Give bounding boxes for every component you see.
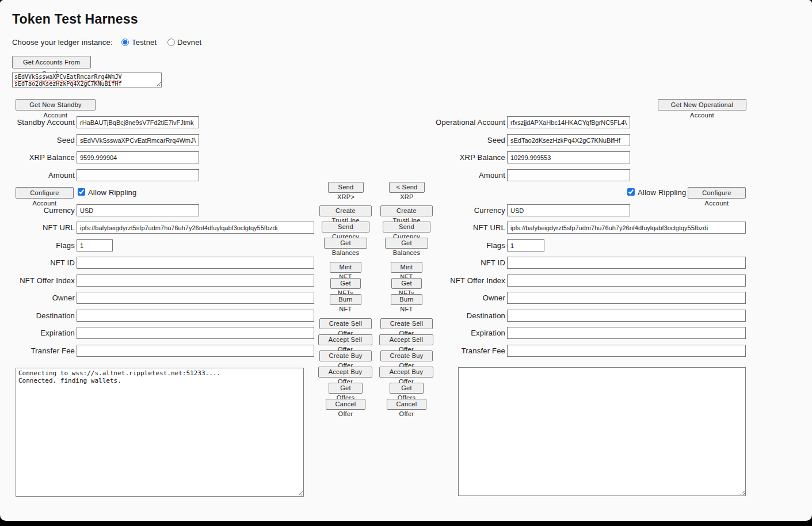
operational-flags-input[interactable] bbox=[507, 239, 544, 251]
standby-configure-account-button[interactable]: Configure Account bbox=[16, 187, 74, 199]
operational-owner-label: Owner bbox=[368, 294, 505, 302]
standby-accept-buy-offer-button[interactable]: Accept Buy Offer bbox=[318, 367, 372, 378]
standby-account-label: Standby Account bbox=[0, 118, 75, 127]
standby-flags-label: Flags bbox=[0, 241, 75, 250]
operational-owner-input[interactable] bbox=[507, 292, 746, 304]
ledger-instance-label: Choose your ledger instance: bbox=[12, 38, 113, 47]
standby-seed-label: Seed bbox=[0, 136, 75, 144]
app-window: Token Test Harness Choose your ledger in… bbox=[0, 0, 812, 521]
standby-nft-url-input[interactable] bbox=[77, 222, 314, 234]
operational-cancel-offer-button[interactable]: Cancel Offer bbox=[387, 399, 426, 410]
get-accounts-from-seeds-button[interactable]: Get Accounts From Seeds bbox=[12, 56, 91, 68]
devnet-radio-label[interactable]: Devnet bbox=[177, 38, 201, 47]
operational-send-xrp-button[interactable]: < Send XRP bbox=[389, 182, 425, 193]
standby-destination-input[interactable] bbox=[77, 310, 314, 322]
get-new-operational-account-button[interactable]: Get New Operational Account bbox=[658, 99, 746, 110]
operational-burn-nft-button[interactable]: Burn NFT bbox=[391, 294, 422, 305]
operational-seed-label: Seed bbox=[368, 136, 505, 144]
operational-get-nfts-button[interactable]: Get NFTs bbox=[391, 278, 422, 289]
operational-nft-offer-index-label: NFT Offer Index bbox=[368, 276, 505, 285]
operational-nft-url-input[interactable] bbox=[507, 222, 746, 234]
operational-currency-input[interactable] bbox=[507, 204, 630, 216]
operational-allow-rippling-label: Allow Rippling bbox=[638, 188, 686, 197]
operational-nft-offer-index-input[interactable] bbox=[507, 275, 746, 287]
standby-destination-label: Destination bbox=[0, 311, 75, 320]
standby-get-offers-button[interactable]: Get Offers bbox=[329, 383, 363, 394]
standby-create-buy-offer-button[interactable]: Create Buy Offer bbox=[319, 350, 372, 361]
standby-create-trustline-button[interactable]: Create TrustLine bbox=[319, 205, 372, 216]
operational-send-currency-button[interactable]: Send Currency bbox=[383, 222, 430, 232]
standby-get-balances-button[interactable]: Get Balances bbox=[324, 238, 367, 249]
page-title: Token Test Harness bbox=[12, 12, 138, 27]
standby-mint-nft-button[interactable]: Mint NFT bbox=[330, 262, 361, 273]
operational-destination-input[interactable] bbox=[507, 310, 746, 322]
standby-create-sell-offer-button[interactable]: Create Sell Offer bbox=[319, 318, 372, 329]
standby-transfer-fee-label: Transfer Fee bbox=[0, 346, 75, 355]
standby-transfer-fee-input[interactable] bbox=[77, 345, 314, 357]
standby-expiration-label: Expiration bbox=[0, 329, 75, 337]
operational-amount-label: Amount bbox=[368, 171, 505, 180]
operational-expiration-input[interactable] bbox=[507, 327, 746, 339]
operational-transfer-fee-input[interactable] bbox=[507, 345, 746, 357]
standby-allow-rippling-checkbox[interactable] bbox=[78, 188, 85, 196]
standby-xrp-balance-label: XRP Balance bbox=[0, 153, 75, 162]
operational-create-sell-offer-button[interactable]: Create Sell Offer bbox=[380, 318, 433, 329]
standby-owner-input[interactable] bbox=[77, 292, 314, 304]
operational-configure-account-button[interactable]: Configure Account bbox=[688, 187, 746, 199]
operational-accept-buy-offer-button[interactable]: Accept Buy Offer bbox=[379, 367, 433, 378]
operational-get-offers-button[interactable]: Get Offers bbox=[390, 383, 424, 394]
standby-currency-label: Currency bbox=[0, 206, 75, 215]
standby-send-xrp-button[interactable]: Send XRP> bbox=[328, 182, 364, 193]
standby-send-currency-button[interactable]: Send Currency bbox=[322, 222, 369, 232]
operational-accept-sell-offer-button[interactable]: Accept Sell Offer bbox=[379, 334, 433, 345]
standby-owner-label: Owner bbox=[0, 294, 75, 302]
standby-burn-nft-button[interactable]: Burn NFT bbox=[330, 294, 361, 305]
standby-nft-id-input[interactable] bbox=[77, 257, 314, 269]
operational-amount-input[interactable] bbox=[507, 169, 630, 181]
standby-flags-input[interactable] bbox=[77, 239, 113, 251]
standby-results-textarea[interactable]: Connecting to wss://s.altnet.rippletest.… bbox=[16, 368, 304, 497]
standby-amount-label: Amount bbox=[0, 171, 75, 180]
operational-results-textarea[interactable] bbox=[458, 367, 746, 496]
standby-nft-offer-index-label: NFT Offer Index bbox=[0, 276, 75, 285]
standby-nft-url-label: NFT URL bbox=[0, 223, 75, 232]
operational-seed-input[interactable] bbox=[507, 134, 630, 146]
standby-expiration-input[interactable] bbox=[77, 327, 314, 339]
standby-seed-input[interactable] bbox=[77, 134, 199, 146]
operational-nft-id-label: NFT ID bbox=[368, 258, 505, 267]
operational-create-buy-offer-button[interactable]: Create Buy Offer bbox=[380, 350, 433, 361]
standby-allow-rippling-label: Allow Rippling bbox=[88, 188, 136, 197]
standby-account-input[interactable] bbox=[77, 116, 199, 128]
operational-get-balances-button[interactable]: Get Balances bbox=[385, 238, 428, 249]
testnet-radio[interactable] bbox=[121, 39, 129, 46]
operational-account-input[interactable] bbox=[507, 116, 630, 128]
standby-cancel-offer-button[interactable]: Cancel Offer bbox=[326, 399, 365, 410]
operational-create-trustline-button[interactable]: Create TrustLine bbox=[380, 205, 433, 216]
standby-xrp-balance-input[interactable] bbox=[77, 151, 199, 163]
operational-mint-nft-button[interactable]: Mint NFT bbox=[391, 262, 422, 273]
standby-accept-sell-offer-button[interactable]: Accept Sell Offer bbox=[318, 334, 372, 345]
seeds-textarea[interactable]: sEdVVkSsswaXPCvEatRmcarRrq4WmJV sEdTao2d… bbox=[12, 73, 162, 87]
standby-amount-input[interactable] bbox=[77, 169, 199, 181]
standby-nft-id-label: NFT ID bbox=[0, 258, 75, 267]
operational-xrp-balance-label: XRP Balance bbox=[368, 153, 505, 162]
operational-account-label: Operational Account bbox=[368, 118, 505, 127]
devnet-radio[interactable] bbox=[167, 39, 175, 46]
standby-get-nfts-button[interactable]: Get NFTs bbox=[330, 278, 361, 289]
get-new-standby-account-button[interactable]: Get New Standby Account bbox=[16, 99, 96, 110]
operational-xrp-balance-input[interactable] bbox=[507, 151, 630, 163]
testnet-radio-label[interactable]: Testnet bbox=[132, 38, 157, 47]
operational-nft-id-input[interactable] bbox=[507, 257, 746, 269]
standby-nft-offer-index-input[interactable] bbox=[77, 275, 314, 287]
standby-currency-input[interactable] bbox=[77, 204, 199, 216]
operational-allow-rippling-checkbox[interactable] bbox=[627, 188, 635, 196]
